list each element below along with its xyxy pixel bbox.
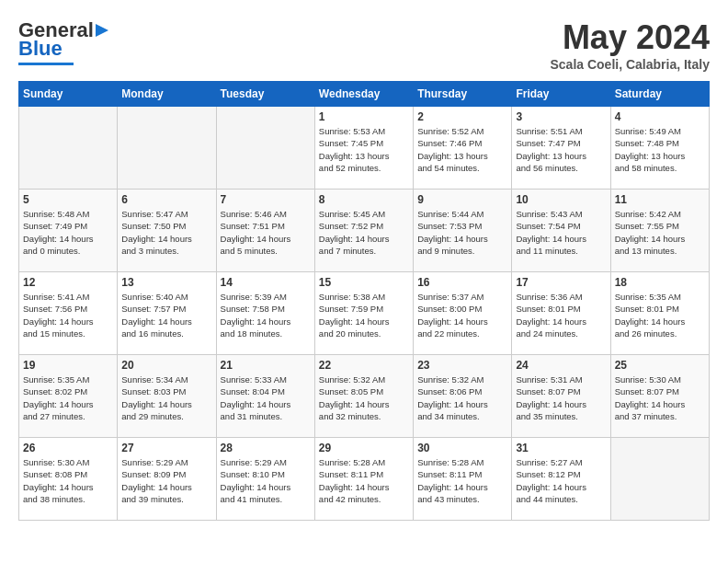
- day-info: Sunrise: 5:32 AM Sunset: 8:05 PM Dayligh…: [319, 373, 409, 422]
- calendar-cell: 14Sunrise: 5:39 AM Sunset: 7:58 PM Dayli…: [216, 272, 314, 355]
- day-number: 1: [319, 110, 409, 123]
- calendar-cell: 23Sunrise: 5:32 AM Sunset: 8:06 PM Dayli…: [414, 355, 512, 438]
- day-info: Sunrise: 5:31 AM Sunset: 8:07 PM Dayligh…: [516, 373, 606, 422]
- day-info: Sunrise: 5:35 AM Sunset: 8:01 PM Dayligh…: [615, 291, 705, 339]
- day-info: Sunrise: 5:34 AM Sunset: 8:03 PM Dayligh…: [121, 373, 211, 422]
- column-header-wednesday: Wednesday: [314, 82, 413, 107]
- calendar-cell: 10Sunrise: 5:43 AM Sunset: 7:54 PM Dayli…: [512, 190, 610, 272]
- day-number: 21: [221, 359, 311, 372]
- calendar-cell: 19Sunrise: 5:35 AM Sunset: 8:02 PM Dayli…: [19, 355, 118, 438]
- calendar-cell: [610, 438, 709, 521]
- day-info: Sunrise: 5:47 AM Sunset: 7:50 PM Dayligh…: [121, 208, 211, 257]
- day-number: 26: [23, 442, 113, 454]
- calendar-cell: [118, 107, 216, 190]
- day-info: Sunrise: 5:44 AM Sunset: 7:53 PM Dayligh…: [417, 208, 507, 257]
- day-number: 2: [417, 110, 507, 123]
- day-info: Sunrise: 5:30 AM Sunset: 8:07 PM Dayligh…: [615, 373, 705, 422]
- calendar-cell: 1Sunrise: 5:53 AM Sunset: 7:45 PM Daylig…: [314, 107, 413, 190]
- day-number: 24: [516, 359, 606, 372]
- calendar-cell: 27Sunrise: 5:29 AM Sunset: 8:09 PM Dayli…: [118, 438, 216, 521]
- day-number: 17: [516, 276, 606, 289]
- day-number: 15: [319, 276, 409, 289]
- calendar-table: SundayMondayTuesdayWednesdayThursdayFrid…: [18, 81, 710, 521]
- calendar-cell: 22Sunrise: 5:32 AM Sunset: 8:05 PM Dayli…: [314, 355, 413, 438]
- calendar-cell: 31Sunrise: 5:27 AM Sunset: 8:12 PM Dayli…: [512, 438, 610, 521]
- calendar-cell: 16Sunrise: 5:37 AM Sunset: 8:00 PM Dayli…: [414, 272, 512, 355]
- day-number: 23: [417, 359, 507, 372]
- day-number: 28: [221, 442, 311, 454]
- calendar-cell: 7Sunrise: 5:46 AM Sunset: 7:51 PM Daylig…: [216, 190, 314, 272]
- column-header-sunday: Sunday: [19, 82, 118, 107]
- day-number: 20: [121, 359, 211, 372]
- day-info: Sunrise: 5:46 AM Sunset: 7:51 PM Dayligh…: [221, 208, 311, 257]
- day-info: Sunrise: 5:27 AM Sunset: 8:12 PM Dayligh…: [516, 456, 606, 505]
- column-header-thursday: Thursday: [414, 82, 512, 107]
- month-title: May 2024: [550, 18, 710, 57]
- day-info: Sunrise: 5:40 AM Sunset: 7:57 PM Dayligh…: [121, 291, 211, 339]
- calendar-cell: 18Sunrise: 5:35 AM Sunset: 8:01 PM Dayli…: [610, 272, 709, 355]
- day-info: Sunrise: 5:28 AM Sunset: 8:11 PM Dayligh…: [319, 456, 409, 505]
- calendar-cell: 6Sunrise: 5:47 AM Sunset: 7:50 PM Daylig…: [118, 190, 216, 272]
- column-header-friday: Friday: [512, 82, 610, 107]
- calendar-week-row: 1Sunrise: 5:53 AM Sunset: 7:45 PM Daylig…: [19, 107, 710, 190]
- calendar-cell: 15Sunrise: 5:38 AM Sunset: 7:59 PM Dayli…: [314, 272, 413, 355]
- svg-marker-0: [96, 24, 108, 37]
- calendar-week-row: 19Sunrise: 5:35 AM Sunset: 8:02 PM Dayli…: [19, 355, 710, 438]
- day-info: Sunrise: 5:33 AM Sunset: 8:04 PM Dayligh…: [221, 373, 311, 422]
- day-info: Sunrise: 5:51 AM Sunset: 7:47 PM Dayligh…: [516, 125, 606, 174]
- calendar-cell: 4Sunrise: 5:49 AM Sunset: 7:48 PM Daylig…: [610, 107, 709, 190]
- calendar-cell: 11Sunrise: 5:42 AM Sunset: 7:55 PM Dayli…: [610, 190, 709, 272]
- column-header-monday: Monday: [118, 82, 216, 107]
- calendar-cell: 2Sunrise: 5:52 AM Sunset: 7:46 PM Daylig…: [414, 107, 512, 190]
- calendar-cell: 21Sunrise: 5:33 AM Sunset: 8:04 PM Dayli…: [216, 355, 314, 438]
- calendar-cell: 9Sunrise: 5:44 AM Sunset: 7:53 PM Daylig…: [414, 190, 512, 272]
- day-number: 14: [221, 276, 311, 289]
- calendar-cell: 12Sunrise: 5:41 AM Sunset: 7:56 PM Dayli…: [19, 272, 118, 355]
- day-number: 9: [417, 193, 507, 206]
- logo-icon: [96, 22, 116, 39]
- day-info: Sunrise: 5:49 AM Sunset: 7:48 PM Dayligh…: [615, 125, 705, 174]
- calendar-cell: 13Sunrise: 5:40 AM Sunset: 7:57 PM Dayli…: [118, 272, 216, 355]
- day-info: Sunrise: 5:37 AM Sunset: 8:00 PM Dayligh…: [417, 291, 507, 339]
- day-info: Sunrise: 5:43 AM Sunset: 7:54 PM Dayligh…: [516, 208, 606, 257]
- day-info: Sunrise: 5:28 AM Sunset: 8:11 PM Dayligh…: [417, 456, 507, 505]
- day-number: 3: [516, 110, 606, 123]
- day-info: Sunrise: 5:36 AM Sunset: 8:01 PM Dayligh…: [516, 291, 606, 339]
- calendar-cell: 8Sunrise: 5:45 AM Sunset: 7:52 PM Daylig…: [314, 190, 413, 272]
- day-info: Sunrise: 5:30 AM Sunset: 8:08 PM Dayligh…: [23, 456, 113, 505]
- calendar-cell: 20Sunrise: 5:34 AM Sunset: 8:03 PM Dayli…: [118, 355, 216, 438]
- day-number: 29: [319, 442, 409, 454]
- calendar-cell: 24Sunrise: 5:31 AM Sunset: 8:07 PM Dayli…: [512, 355, 610, 438]
- calendar-cell: 30Sunrise: 5:28 AM Sunset: 8:11 PM Dayli…: [414, 438, 512, 521]
- calendar-cell: 28Sunrise: 5:29 AM Sunset: 8:10 PM Dayli…: [216, 438, 314, 521]
- day-info: Sunrise: 5:35 AM Sunset: 8:02 PM Dayligh…: [23, 373, 113, 422]
- calendar-cell: 25Sunrise: 5:30 AM Sunset: 8:07 PM Dayli…: [610, 355, 709, 438]
- calendar-cell: [216, 107, 314, 190]
- day-info: Sunrise: 5:32 AM Sunset: 8:06 PM Dayligh…: [417, 373, 507, 422]
- day-number: 5: [23, 193, 113, 206]
- day-number: 27: [121, 442, 211, 454]
- day-number: 25: [615, 359, 705, 372]
- calendar-header-row: SundayMondayTuesdayWednesdayThursdayFrid…: [19, 82, 710, 107]
- day-number: 11: [615, 193, 705, 206]
- day-number: 18: [615, 276, 705, 289]
- day-number: 12: [23, 276, 113, 289]
- day-number: 31: [516, 442, 606, 454]
- title-block: May 2024 Scala Coeli, Calabria, Italy: [550, 18, 710, 72]
- day-info: Sunrise: 5:29 AM Sunset: 8:10 PM Dayligh…: [221, 456, 311, 505]
- day-info: Sunrise: 5:41 AM Sunset: 7:56 PM Dayligh…: [23, 291, 113, 339]
- day-number: 19: [23, 359, 113, 372]
- logo-blue: Blue: [18, 37, 63, 61]
- day-number: 4: [615, 110, 705, 123]
- day-number: 8: [319, 193, 409, 206]
- calendar-week-row: 5Sunrise: 5:48 AM Sunset: 7:49 PM Daylig…: [19, 190, 710, 272]
- day-info: Sunrise: 5:52 AM Sunset: 7:46 PM Dayligh…: [417, 125, 507, 174]
- day-info: Sunrise: 5:45 AM Sunset: 7:52 PM Dayligh…: [319, 208, 409, 257]
- day-info: Sunrise: 5:39 AM Sunset: 7:58 PM Dayligh…: [221, 291, 311, 339]
- day-number: 13: [121, 276, 211, 289]
- day-number: 10: [516, 193, 606, 206]
- day-number: 22: [319, 359, 409, 372]
- column-header-tuesday: Tuesday: [216, 82, 314, 107]
- day-info: Sunrise: 5:38 AM Sunset: 7:59 PM Dayligh…: [319, 291, 409, 339]
- logo: General Blue: [18, 18, 116, 65]
